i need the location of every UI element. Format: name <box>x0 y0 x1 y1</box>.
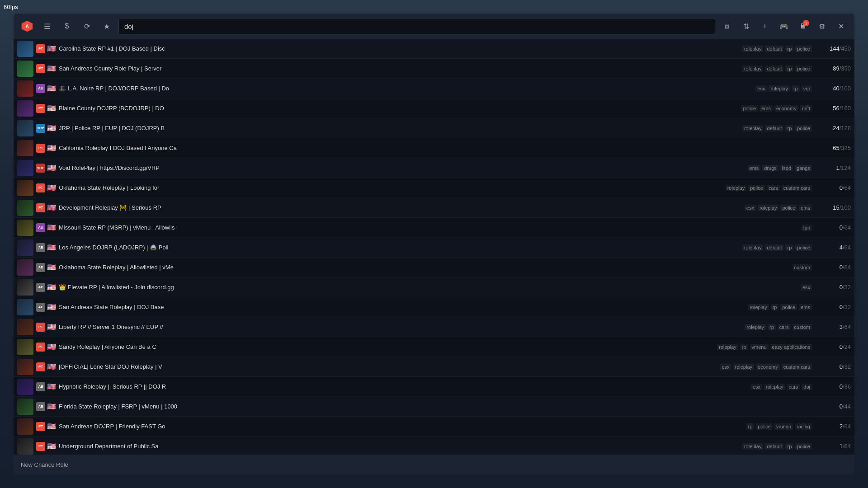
server-tag[interactable]: rp <box>785 443 793 450</box>
server-tag[interactable]: default <box>765 125 783 131</box>
logo-button[interactable]: A <box>19 18 35 34</box>
server-row[interactable]: AU🇺🇸🎩 L.A. Noire RP | DOJ/OCRP Based | D… <box>14 79 854 99</box>
server-tag[interactable]: custom cars <box>782 185 812 191</box>
server-tag[interactable]: police <box>756 423 773 430</box>
server-row[interactable]: AU🇺🇸Missouri State RP (MSRP) | vMenu | A… <box>14 218 854 238</box>
server-tag[interactable]: roleplay <box>726 185 747 191</box>
sort-button[interactable]: ⇅ <box>738 18 754 34</box>
notification-button[interactable]: 🖥 1 <box>795 18 811 34</box>
server-tag[interactable]: default <box>765 244 783 251</box>
server-tag[interactable]: rp <box>768 324 776 330</box>
filter-button[interactable]: ⧈ <box>719 18 735 34</box>
server-tag[interactable]: roleplay <box>742 125 764 131</box>
server-tag[interactable]: rp <box>771 304 779 310</box>
server-tag[interactable]: police <box>795 125 812 131</box>
server-tag[interactable]: roleplay <box>742 443 764 450</box>
server-tag[interactable]: rp <box>785 66 793 72</box>
server-row[interactable]: PT🇺🇸California Roleplay I DOJ Based I An… <box>14 138 854 158</box>
search-input[interactable] <box>118 18 715 34</box>
server-row[interactable]: AE🇺🇸👑 Elevate RP | Allowlisted - Join di… <box>14 277 854 297</box>
server-row[interactable]: PT🇺🇸Carolina State RP #1 | DOJ Based | D… <box>14 39 854 59</box>
server-tag[interactable]: custom <box>793 264 812 271</box>
server-tag[interactable]: roleplay <box>758 205 779 211</box>
settings-button[interactable]: ⚙ <box>814 18 830 34</box>
server-tag[interactable]: economy <box>774 105 798 112</box>
server-tag[interactable]: gangs <box>795 165 812 171</box>
server-tag[interactable]: rp <box>740 344 748 350</box>
server-tag[interactable]: cars <box>767 185 780 191</box>
server-tag[interactable]: default <box>765 66 783 72</box>
server-tag[interactable]: default <box>765 443 783 450</box>
server-tag[interactable]: police <box>795 244 812 251</box>
server-tag[interactable]: vmenu <box>750 344 769 350</box>
server-tag[interactable]: drift <box>800 105 812 112</box>
server-tag[interactable]: cars <box>778 324 791 330</box>
server-tag[interactable]: ems <box>748 165 761 171</box>
server-tag[interactable]: fun <box>802 225 812 231</box>
server-tag[interactable]: esx <box>801 284 812 291</box>
server-tag[interactable]: custom <box>793 324 812 330</box>
server-tag[interactable]: roleplay <box>745 324 766 330</box>
server-tag[interactable]: roleplay <box>769 85 790 92</box>
history-button[interactable]: ⟳ <box>79 18 95 34</box>
server-tag[interactable]: roleplay <box>742 46 764 52</box>
server-tag[interactable]: default <box>765 46 783 52</box>
server-tag[interactable]: police <box>741 105 758 112</box>
add-button[interactable]: + <box>757 18 773 34</box>
server-tag[interactable]: esx <box>745 205 756 211</box>
server-row[interactable]: PT🇺🇸Blaine County DOJRP (BCDOJRP) | DOpo… <box>14 99 854 118</box>
server-row[interactable]: PT🇺🇸San Andreas DOJRP | Friendly FAST Go… <box>14 417 854 436</box>
server-tag[interactable]: rp <box>746 423 754 430</box>
server-tag[interactable]: economy <box>756 364 780 370</box>
server-tag[interactable]: police <box>780 304 797 310</box>
server-row[interactable]: PT🇺🇸Underground Department of Public Sar… <box>14 436 854 455</box>
server-tag[interactable]: esx <box>751 384 762 390</box>
server-tag[interactable]: vmenu <box>774 423 793 430</box>
server-row[interactable]: 3RP🇺🇸JRP | Police RP | EUP | DOJ (DOJRP)… <box>14 118 854 138</box>
server-tag[interactable]: rp <box>785 125 793 131</box>
favorites-button[interactable]: ★ <box>99 18 115 34</box>
server-row[interactable]: PT🇺🇸Liberty RP // Server 1 Onesync // EU… <box>14 317 854 337</box>
server-tag[interactable]: police <box>795 66 812 72</box>
server-tag[interactable]: rp <box>785 46 793 52</box>
gamepad-button[interactable]: 🎮 <box>776 18 792 34</box>
close-button[interactable]: ✕ <box>833 18 849 34</box>
server-tag[interactable]: rp <box>785 244 793 251</box>
server-tag[interactable]: roleplay <box>742 66 764 72</box>
server-tag[interactable]: police <box>795 46 812 52</box>
server-row[interactable]: PT🇺🇸Oklahoma State Roleplay | Looking fo… <box>14 178 854 198</box>
server-row[interactable]: AE🇺🇸Los Angeles DOJRP (LADOJRP) | 🚔 Poli… <box>14 238 854 258</box>
server-row[interactable]: AE🇺🇸Oklahoma State Roleplay | Allowliste… <box>14 258 854 277</box>
server-row[interactable]: PT🇺🇸San Andreas County Role Play | Serve… <box>14 59 854 79</box>
server-tag[interactable]: vrp <box>802 85 812 92</box>
server-tag[interactable]: custom cars <box>782 364 812 370</box>
server-tag[interactable]: ems <box>760 105 773 112</box>
server-tag[interactable]: ems <box>799 304 812 310</box>
server-tag[interactable]: drugs <box>762 165 778 171</box>
server-row[interactable]: AE🇺🇸Florida State Roleplay | FSRP | vMen… <box>14 397 854 417</box>
server-row[interactable]: PT🇺🇸Sandy Roleplay | Anyone Can Be a Cro… <box>14 337 854 357</box>
server-tag[interactable]: roleplay <box>764 384 785 390</box>
server-tag[interactable]: roleplay <box>733 364 755 370</box>
server-row[interactable]: AE🇺🇸San Andreas State Roleplay | DOJ Bas… <box>14 297 854 317</box>
server-row[interactable]: PT🇺🇸Development Roleplay 🚧 | Serious RPe… <box>14 198 854 218</box>
server-tag[interactable]: racing <box>795 423 812 430</box>
server-tag[interactable]: police <box>780 205 797 211</box>
server-tag[interactable]: ems <box>799 205 812 211</box>
server-row[interactable]: PT🇺🇸[OFFICIAL] Lone Star DOJ Roleplay | … <box>14 357 854 377</box>
server-tag[interactable]: police <box>795 443 812 450</box>
menu-button[interactable]: ☰ <box>39 18 55 34</box>
server-tag[interactable]: lspd <box>780 165 793 171</box>
money-button[interactable]: $ <box>59 18 75 34</box>
server-tag[interactable]: esx <box>755 85 767 92</box>
server-tag[interactable]: police <box>748 185 765 191</box>
server-tag[interactable]: roleplay <box>717 344 738 350</box>
server-row[interactable]: AE🇺🇸Hypnotic Roleplay || Serious RP || D… <box>14 377 854 397</box>
server-tag[interactable]: esx <box>720 364 731 370</box>
server-tag[interactable]: cars <box>787 384 800 390</box>
server-tag[interactable]: roleplay <box>742 244 764 251</box>
server-tag[interactable]: doj <box>802 384 812 390</box>
server-row[interactable]: VRP🇺🇸Void RolePlay | https://Discord.gg/… <box>14 158 854 178</box>
server-tag[interactable]: easy applications <box>770 344 812 350</box>
server-tag[interactable]: rp <box>792 85 800 92</box>
